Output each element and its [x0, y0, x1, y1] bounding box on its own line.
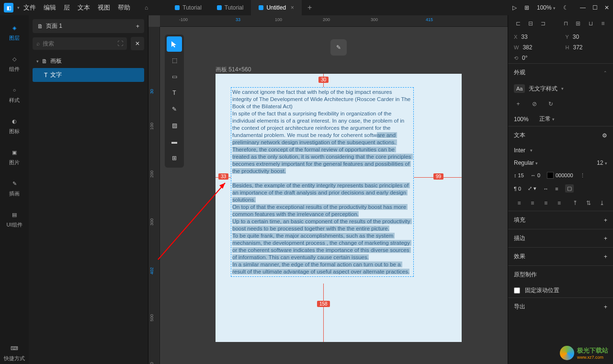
tool-image[interactable]: ▨ — [167, 118, 182, 133]
align-center-h-icon[interactable]: ⊟ — [526, 19, 535, 28]
auto-width-icon[interactable]: ⤢ ▾ — [528, 185, 536, 192]
rail-shortcuts[interactable]: ⌨快捷方式 — [0, 341, 29, 364]
tool-rectangle[interactable]: ▭ — [167, 69, 182, 84]
paragraph-spacing[interactable]: ¶ 0 — [514, 186, 521, 192]
text-style-value[interactable]: 无文字样式 — [529, 85, 557, 93]
text-color-hex[interactable]: 000000 — [556, 172, 573, 178]
valign-bottom[interactable]: ⤓ — [597, 198, 607, 208]
tool-move[interactable] — [167, 36, 182, 52]
text-frame[interactable]: We cannot ignore the fact that with help… — [231, 87, 414, 277]
refresh-icon[interactable]: ↻ — [546, 100, 555, 108]
close-icon[interactable]: × — [291, 4, 294, 11]
close-panel-button[interactable]: ✕ — [131, 37, 144, 50]
menu-file[interactable]: 文件 — [23, 3, 36, 12]
add-button[interactable]: + — [604, 217, 607, 224]
menu-edit[interactable]: 编辑 — [44, 3, 56, 12]
text-align-right[interactable]: ≡ — [541, 198, 551, 208]
section-text[interactable]: 文本 ⚙ — [508, 126, 613, 144]
text-align-left[interactable]: ≡ — [514, 198, 524, 208]
font-size[interactable]: 12 — [597, 159, 603, 166]
menu-layer[interactable]: 层 — [64, 3, 70, 12]
letter-spacing[interactable]: ↔ 0 — [531, 172, 540, 178]
prop-h[interactable]: 372 — [573, 44, 582, 51]
layer-text[interactable]: T 文字 — [33, 68, 144, 82]
more-icon[interactable]: ⋮ — [580, 172, 585, 179]
canvas[interactable]: -100 33 100 200 300 415 30 100 200 300 4… — [148, 15, 508, 364]
prop-w[interactable]: 382 — [522, 44, 532, 51]
wrap-icon[interactable]: ↔ — [543, 186, 548, 192]
align-top-icon[interactable]: ⊓ — [561, 19, 570, 28]
blend-mode[interactable]: 正常 ▾ — [539, 115, 555, 123]
artboard[interactable]: We cannot ignore the fact that with help… — [216, 74, 462, 342]
tab-tutorial-2[interactable]: Tutorial — [209, 0, 251, 15]
rail-styles[interactable]: ○样式 — [0, 83, 29, 106]
rail-images[interactable]: ▣图片 — [0, 146, 29, 168]
add-style-button[interactable]: + — [514, 100, 522, 108]
distribute-icon[interactable]: ≡ — [599, 19, 607, 28]
moon-icon[interactable]: ☾ — [563, 4, 568, 11]
prop-y[interactable]: 30 — [573, 34, 579, 40]
app-logo[interactable]: ◧ — [4, 3, 13, 12]
valign-middle[interactable]: ⇅ — [583, 198, 594, 208]
section-stroke[interactable]: 描边+ — [508, 229, 613, 247]
fixed-icon[interactable]: ▢ — [565, 184, 574, 193]
menu-view[interactable]: 视图 — [98, 3, 110, 12]
edit-pencil-button[interactable]: ✎ — [330, 39, 347, 56]
section-prototype[interactable]: 原型制作 — [508, 265, 613, 284]
rail-icons[interactable]: ◐图标 — [0, 114, 29, 137]
rail-illustrations[interactable]: ✎插画 — [0, 177, 29, 199]
section-export[interactable]: 导出+ — [508, 297, 613, 316]
layer-artboard[interactable]: ▾ 🗎 画板 — [33, 54, 144, 68]
check-icon[interactable]: ⊘ — [530, 100, 539, 108]
play-icon[interactable]: ▷ — [512, 4, 517, 11]
tool-more[interactable]: ⊞ — [167, 150, 182, 166]
maximize-button[interactable]: ☐ — [592, 4, 598, 11]
zoom-level[interactable]: 100% ▾ — [537, 4, 556, 11]
chevron-down-icon[interactable]: ▾ — [17, 5, 20, 10]
tab-untitled[interactable]: Untitled× — [251, 0, 302, 15]
align-bottom-icon[interactable]: ⊔ — [586, 19, 595, 28]
section-appearance[interactable]: 外观 ⌃ — [508, 63, 613, 81]
rail-components[interactable]: ◇组件 — [0, 52, 29, 75]
minimize-button[interactable]: — — [580, 4, 586, 11]
section-effects[interactable]: 效果+ — [508, 247, 613, 265]
section-fill[interactable]: 填充+ — [508, 211, 613, 229]
menu-text[interactable]: 文本 — [78, 3, 90, 12]
tool-frame[interactable]: ⬚ — [167, 53, 182, 68]
text-align-center[interactable]: ≡ — [527, 198, 538, 208]
align-right-icon[interactable]: ⊐ — [539, 19, 547, 28]
fixed-scroll-checkbox[interactable] — [514, 287, 520, 294]
add-page-button[interactable]: + — [136, 23, 139, 30]
home-icon[interactable]: ⌂ — [145, 4, 148, 11]
prop-rotation[interactable]: 0° — [522, 55, 527, 61]
add-button[interactable]: + — [604, 253, 607, 260]
rail-layers[interactable]: ◈图层 — [0, 21, 29, 44]
add-button[interactable]: + — [604, 235, 607, 242]
scan-icon[interactable]: ⛶ — [117, 40, 123, 47]
add-tab-button[interactable]: + — [302, 3, 318, 12]
rail-ui[interactable]: ▤UI组件 — [0, 208, 29, 230]
prop-x[interactable]: 33 — [521, 34, 527, 40]
line-height[interactable]: ↕ 15 — [514, 172, 524, 178]
tab-tutorial-1[interactable]: Tutorial — [167, 0, 209, 15]
settings-icon[interactable]: ⚙ — [602, 132, 607, 139]
tool-section[interactable]: ▬ — [167, 134, 182, 149]
align-left-icon[interactable]: ⊏ — [514, 19, 522, 28]
search-input[interactable] — [43, 40, 114, 47]
menu-help[interactable]: 帮助 — [118, 3, 130, 12]
page-selector[interactable]: 🗎 页面 1 + — [33, 19, 144, 33]
text-color-swatch[interactable] — [547, 172, 554, 179]
search-box[interactable]: ⌕ ⛶ — [33, 37, 127, 50]
opacity-value[interactable]: 100% — [514, 116, 529, 123]
font-family[interactable]: Inter — [514, 147, 525, 154]
height-icon[interactable]: ≡ — [555, 186, 558, 192]
text-content[interactable]: We cannot ignore the fact that with help… — [232, 89, 412, 275]
align-middle-icon[interactable]: ⊞ — [574, 19, 582, 28]
grid-icon[interactable]: ⊞ — [524, 4, 529, 11]
add-button[interactable]: + — [604, 304, 607, 310]
tool-text[interactable]: T — [167, 85, 182, 101]
tool-pen[interactable]: ✎ — [167, 102, 182, 117]
text-align-justify[interactable]: ≡ — [554, 198, 565, 208]
valign-top[interactable]: ⤒ — [570, 198, 580, 208]
font-weight[interactable]: Regular — [514, 159, 534, 166]
